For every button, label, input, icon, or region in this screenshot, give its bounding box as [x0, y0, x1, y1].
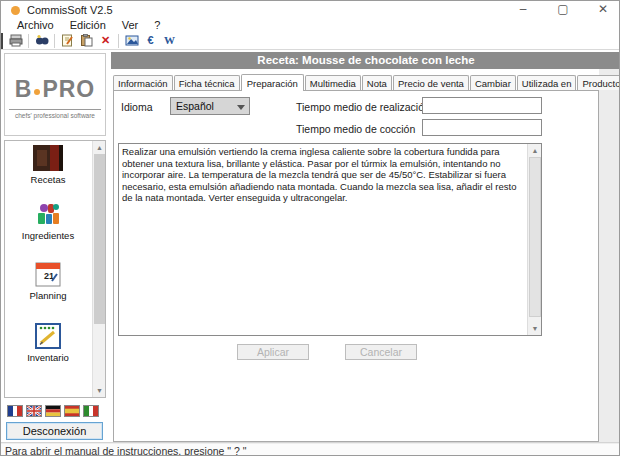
flag-spain-icon[interactable] — [64, 405, 80, 417]
aplicar-button[interactable]: Aplicar — [237, 344, 309, 360]
sidebar-item-label: Inventario — [5, 352, 91, 363]
close-button[interactable]: ✕ — [595, 2, 611, 17]
paste-icon[interactable] — [79, 33, 94, 48]
status-text: Para abrir el manual de instrucciones, p… — [5, 445, 247, 456]
menu-edicion[interactable]: Edición — [62, 19, 114, 32]
chevron-down-icon — [237, 105, 245, 110]
recipe-title-header: Receta: Mousse de chocolate con leche — [111, 52, 620, 69]
window-title: CommisSoft V2.5 — [27, 4, 113, 16]
idioma-label: Idioma — [121, 101, 153, 113]
title-bar: CommisSoft V2.5 – ▢ ✕ — [1, 1, 619, 19]
scrollbar-thumb[interactable] — [94, 154, 105, 324]
tiempo-coccion-input[interactable] — [422, 119, 542, 136]
toolbar-separator — [28, 34, 29, 48]
scroll-up-icon[interactable]: ▲ — [93, 141, 106, 154]
flag-germany-icon[interactable] — [45, 405, 61, 417]
tab-nota[interactable]: Nota — [362, 75, 392, 90]
delete-icon[interactable]: ✕ — [98, 33, 113, 48]
toolbar-separator — [54, 34, 55, 48]
tab-informacion[interactable]: Información — [113, 75, 173, 90]
sidebar-item-planning[interactable]: 21 Planning — [5, 262, 91, 301]
bpro-tagline: chefs' professional software — [9, 109, 101, 119]
tab-producto-preenvasado[interactable]: Producto preenvasado — [577, 75, 620, 90]
flag-italy-icon[interactable] — [83, 405, 99, 417]
tab-ficha-tecnica[interactable]: Ficha técnica — [174, 75, 240, 90]
logo-dot — [34, 89, 40, 95]
tiempo-realizacion-input[interactable] — [422, 97, 542, 114]
app-icon — [11, 6, 20, 15]
scrollbar-thumb[interactable] — [529, 157, 541, 317]
tiempo-coccion-label: Tiempo medio de cocción — [296, 123, 415, 135]
sidebar-scrollbar[interactable]: ▲ ▼ — [92, 141, 105, 397]
tiempo-realizacion-label: Tiempo medio de realización — [296, 101, 430, 113]
toolbar: ✕ € W — [1, 32, 619, 50]
sidebar-item-label: Planning — [5, 290, 91, 301]
idioma-selected-value: Español — [176, 100, 214, 112]
scroll-up-icon[interactable]: ▲ — [528, 144, 542, 157]
scroll-down-icon[interactable]: ▼ — [528, 322, 542, 335]
tab-multimedia[interactable]: Multimedia — [305, 75, 361, 90]
language-flags — [7, 405, 103, 417]
sidebar-item-ingredientes[interactable]: Ingredientes — [5, 201, 91, 241]
idioma-select[interactable]: Español — [170, 97, 250, 115]
menu-bar: Archivo Edición Ver ? — [1, 19, 619, 32]
euro-icon[interactable]: € — [143, 33, 158, 48]
tab-cambiar[interactable]: Cambiar — [470, 75, 516, 90]
tab-precio-de-venta[interactable]: Precio de venta — [393, 75, 469, 90]
minimize-button[interactable]: – — [515, 2, 531, 17]
sidebar-item-label: Recetas — [5, 174, 91, 185]
preparacion-textarea[interactable]: Realizar una emulsión vertiendo la crema… — [118, 143, 542, 336]
menu-archivo[interactable]: Archivo — [9, 19, 62, 32]
bpro-logo-text: BPRO — [5, 76, 105, 103]
maximize-button[interactable]: ▢ — [555, 2, 571, 17]
bpro-logo: BPRO chefs' professional software — [4, 53, 106, 136]
print-icon[interactable] — [8, 33, 23, 48]
tab-strip: Información Ficha técnica Preparación Mu… — [113, 74, 599, 90]
app-window: CommisSoft V2.5 – ▢ ✕ Archivo Edición Ve… — [0, 0, 620, 456]
scroll-down-icon[interactable]: ▼ — [93, 384, 106, 397]
flag-france-icon[interactable] — [7, 405, 23, 417]
textarea-scrollbar[interactable]: ▲ ▼ — [527, 144, 541, 335]
tab-preparacion[interactable]: Preparación — [241, 74, 304, 91]
toolbar-separator — [118, 34, 119, 48]
preparacion-text: Realizar una emulsión vertiendo la crema… — [122, 146, 525, 204]
status-bar: Para abrir el manual de instrucciones, p… — [1, 442, 620, 456]
menu-help[interactable]: ? — [146, 19, 168, 32]
window-margin — [599, 69, 620, 442]
tab-utilizada-en[interactable]: Utilizada en — [517, 75, 577, 90]
sidebar-item-label: Ingredientes — [5, 230, 91, 241]
content-region: BPRO chefs' professional software Receta… — [1, 50, 620, 442]
flag-uk-icon[interactable] — [26, 405, 42, 417]
menu-ver[interactable]: Ver — [114, 19, 147, 32]
word-icon[interactable]: W — [162, 33, 177, 48]
edit-document-icon[interactable] — [60, 33, 75, 48]
sidebar-item-inventario[interactable]: Inventario — [5, 323, 91, 363]
toolbar-grip[interactable] — [1, 33, 3, 49]
sidebar-nav-panel: Recetas Ingredientes 21 Planning Inventa… — [4, 140, 106, 398]
search-icon[interactable] — [34, 33, 49, 48]
disconnect-button[interactable]: Desconexión — [6, 422, 103, 440]
cancelar-button[interactable]: Cancelar — [345, 344, 417, 360]
sidebar-item-recetas[interactable]: Recetas — [5, 145, 91, 185]
preparacion-tab-page: Idioma Español Tiempo medio de realizaci… — [113, 90, 599, 442]
image-icon[interactable] — [124, 33, 139, 48]
